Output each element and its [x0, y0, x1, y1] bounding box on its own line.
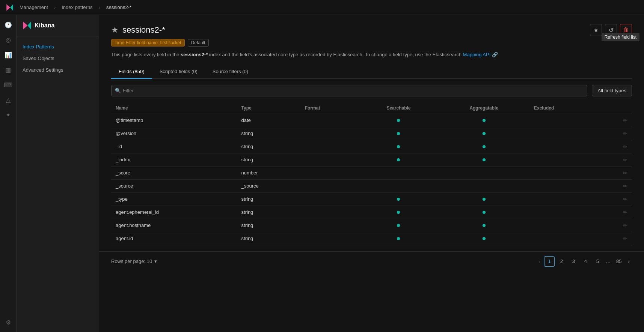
field-aggregatable: [438, 219, 529, 232]
col-aggregatable: Aggregatable: [438, 102, 529, 114]
col-name: Name: [111, 102, 237, 114]
field-format: [300, 232, 359, 245]
main-content: Refresh field list ★ sessions2-* ★ ↺ 🗑 T…: [99, 15, 644, 332]
alerts-icon[interactable]: △: [2, 93, 15, 107]
field-types-button[interactable]: All field types: [592, 85, 632, 96]
clock-icon[interactable]: 🕐: [2, 18, 15, 32]
ip-star-icon[interactable]: ★: [111, 25, 119, 35]
tab-scripted-fields[interactable]: Scripted fields (0): [152, 65, 205, 79]
mapping-api-link[interactable]: Mapping API: [463, 52, 491, 57]
field-name: _type: [111, 192, 237, 206]
table-area: 🔍 All field types Name Type Format Searc…: [99, 79, 644, 251]
devtools-icon[interactable]: ⌨: [2, 78, 15, 92]
svg-marker-0: [6, 4, 10, 11]
field-format: [300, 153, 359, 166]
field-type: number: [237, 166, 300, 179]
tabs: Fields (850) Scripted fields (0) Source …: [111, 65, 632, 79]
field-aggregatable: [438, 179, 529, 192]
aggregatable-dot: [483, 132, 486, 135]
rows-per-page[interactable]: Rows per page: 10 ▾: [111, 258, 157, 264]
page-last-button[interactable]: 85: [614, 256, 624, 267]
dashboard-icon[interactable]: ▦: [2, 63, 15, 77]
aggregatable-dot: [483, 158, 486, 161]
edit-field-button[interactable]: ✏: [623, 170, 627, 176]
settings-icon[interactable]: ⚙: [2, 315, 15, 329]
table-row: _typestring✏: [111, 192, 632, 206]
page-4-button[interactable]: 4: [580, 256, 591, 267]
field-type: string: [237, 140, 300, 153]
field-format: [300, 114, 359, 127]
page-5-button[interactable]: 5: [592, 256, 603, 267]
field-format: [300, 192, 359, 206]
field-excluded: [529, 114, 599, 127]
page-numbers: ‹ 1 2 3 4 5 … 85 ›: [537, 256, 632, 267]
discover-icon[interactable]: ◎: [2, 33, 15, 47]
field-name: agent.id: [111, 232, 237, 245]
tab-source-filters[interactable]: Source filters (0): [205, 65, 256, 79]
sidebar: Kibana Index Patterns Saved Objects Adva…: [17, 15, 99, 332]
filter-input[interactable]: [111, 85, 587, 96]
refresh-tooltip: Refresh field list: [602, 33, 639, 41]
field-edit-cell: ✏: [599, 114, 632, 127]
table-header: Name Type Format Searchable Aggregatable…: [111, 102, 632, 114]
field-aggregatable: [438, 114, 529, 127]
table-row: _indexstring✏: [111, 153, 632, 166]
field-edit-cell: ✏: [599, 179, 632, 192]
sidebar-item-index-patterns[interactable]: Index Patterns: [17, 41, 99, 53]
field-edit-cell: ✏: [599, 166, 632, 179]
edit-field-button[interactable]: ✏: [623, 236, 627, 242]
field-format: [300, 127, 359, 140]
searchable-dot: [397, 237, 400, 240]
pagination-row: Rows per page: 10 ▾ ‹ 1 2 3 4 5 … 85 ›: [99, 251, 644, 271]
sidebar-item-advanced-settings[interactable]: Advanced Settings: [17, 64, 99, 76]
page-ellipsis: …: [604, 258, 612, 264]
field-aggregatable: [438, 232, 529, 245]
ml-icon[interactable]: ✦: [2, 108, 15, 122]
ip-description: This page lists every field in the sessi…: [111, 51, 632, 59]
page-1-button[interactable]: 1: [544, 256, 555, 267]
nav-index-patterns[interactable]: Index patterns: [62, 5, 92, 10]
edit-field-button[interactable]: ✏: [623, 131, 627, 137]
searchable-dot: [397, 211, 400, 214]
field-searchable: [359, 140, 438, 153]
edit-field-button[interactable]: ✏: [623, 222, 627, 228]
next-page-button[interactable]: ›: [626, 257, 632, 266]
top-nav: Management › Index patterns › sessions2-…: [0, 0, 644, 15]
aggregatable-dot: [483, 224, 486, 227]
edit-field-button[interactable]: ✏: [623, 183, 627, 189]
col-type: Type: [237, 102, 300, 114]
edit-field-button[interactable]: ✏: [623, 144, 627, 150]
field-format: [300, 206, 359, 219]
field-name: _id: [111, 140, 237, 153]
page-2-button[interactable]: 2: [556, 256, 567, 267]
svg-marker-3: [28, 22, 31, 30]
searchable-dot: [397, 132, 400, 135]
edit-field-button[interactable]: ✏: [623, 117, 627, 123]
ip-badges: Time Filter field name: firstPacket Defa…: [111, 39, 632, 47]
field-excluded: [529, 140, 599, 153]
field-searchable: [359, 166, 438, 179]
searchable-dot: [397, 224, 400, 227]
chevron-down-icon: ▾: [154, 258, 157, 264]
field-aggregatable: [438, 153, 529, 166]
field-format: [300, 140, 359, 153]
field-name: _score: [111, 166, 237, 179]
page-3-button[interactable]: 3: [568, 256, 579, 267]
star-button[interactable]: ★: [590, 24, 602, 36]
visualize-icon[interactable]: 📊: [2, 48, 15, 62]
edit-field-button[interactable]: ✏: [623, 196, 627, 202]
field-format: [300, 219, 359, 232]
prev-page-button[interactable]: ‹: [537, 257, 543, 266]
field-type: string: [237, 153, 300, 166]
sidebar-item-saved-objects[interactable]: Saved Objects: [17, 53, 99, 64]
col-format: Format: [300, 102, 359, 114]
field-searchable: [359, 232, 438, 245]
field-name: agent.ephemeral_id: [111, 206, 237, 219]
icon-sidebar: 🕐 ◎ 📊 ▦ ⌨ △ ✦ ⚙: [0, 15, 17, 332]
edit-field-button[interactable]: ✏: [623, 157, 627, 163]
edit-field-button[interactable]: ✏: [623, 209, 627, 215]
tab-fields[interactable]: Fields (850): [111, 65, 152, 79]
field-type: string: [237, 127, 300, 140]
field-edit-cell: ✏: [599, 219, 632, 232]
nav-management[interactable]: Management: [20, 5, 48, 10]
